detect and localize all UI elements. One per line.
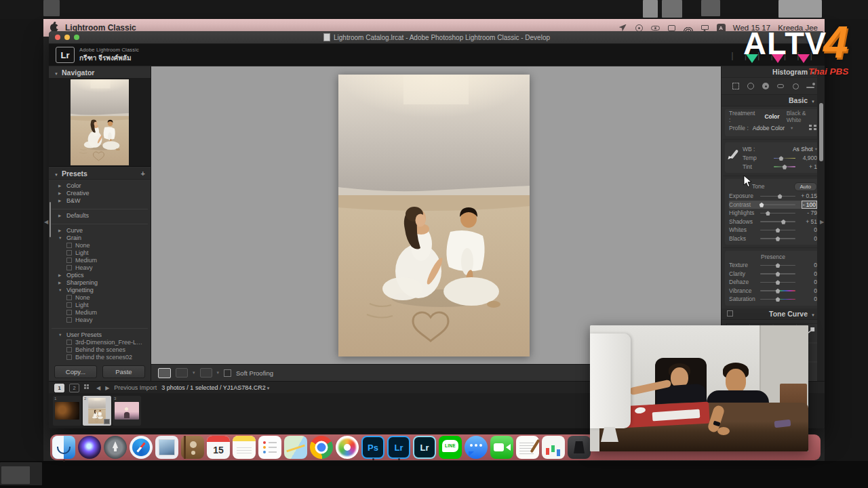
- preset-item[interactable]: ▼ Vignetting: [49, 286, 151, 293]
- slider-track[interactable]: [760, 279, 795, 285]
- slider-row[interactable]: Exposure + 0.15: [729, 192, 817, 201]
- preset-item[interactable]: ▶ Curve: [49, 226, 151, 234]
- contacts-dock-icon[interactable]: [181, 436, 204, 459]
- chevron-down-icon[interactable]: ▾: [217, 370, 220, 375]
- slider-row[interactable]: Vibrance 0: [729, 287, 817, 296]
- preset-item[interactable]: Behind the scenes: [49, 346, 151, 353]
- preset-item[interactable]: None: [49, 293, 151, 301]
- preset-item[interactable]: ▶ B&W: [49, 197, 151, 204]
- right-scrollbar-thumb[interactable]: [819, 103, 823, 161]
- preset-item[interactable]: ▶ Optics: [49, 271, 151, 279]
- close-button[interactable]: [55, 35, 60, 40]
- presets-header[interactable]: Presets +: [49, 167, 151, 180]
- preset-item[interactable]: [52, 323, 148, 329]
- preset-item[interactable]: Light: [49, 249, 151, 256]
- launchpad-dock-icon[interactable]: [104, 436, 127, 459]
- filmstrip-thumb-2-selected[interactable]: 2: [83, 396, 111, 426]
- before-after-icon[interactable]: [176, 368, 188, 378]
- pip-video[interactable]: [590, 325, 808, 451]
- preset-checkbox[interactable]: [66, 265, 72, 270]
- preset-checkbox[interactable]: [66, 302, 72, 308]
- preset-item[interactable]: ▶ Creative: [49, 189, 151, 197]
- preset-item[interactable]: Behind the scenes02: [49, 353, 151, 361]
- slider-row[interactable]: Temp 4,900: [743, 154, 817, 163]
- slider-track[interactable]: [774, 163, 795, 170]
- preset-item[interactable]: ▶ Sharpening: [49, 279, 151, 286]
- slider-track[interactable]: [760, 287, 795, 294]
- mail-dock-icon[interactable]: [155, 436, 178, 459]
- safari-dock-icon[interactable]: [130, 436, 153, 459]
- slider-track[interactable]: [760, 209, 795, 216]
- add-preset-button[interactable]: +: [141, 169, 145, 178]
- loupe-view-icon[interactable]: [158, 368, 171, 378]
- crop-tool-icon[interactable]: [731, 81, 741, 91]
- preset-checkbox[interactable]: [66, 340, 72, 345]
- filmstrip-thumb-3[interactable]: 3: [113, 396, 141, 426]
- slider-row[interactable]: Tint + 1: [743, 163, 817, 171]
- siri-dock-icon[interactable]: [78, 436, 101, 459]
- wb-eyedropper-icon[interactable]: [728, 148, 741, 163]
- preset-checkbox[interactable]: [66, 347, 72, 352]
- left-panel-scrollbar[interactable]: [50, 202, 51, 237]
- notes-dock-icon[interactable]: [233, 436, 256, 459]
- preset-item[interactable]: Heavy: [49, 264, 151, 271]
- auto-tone-button[interactable]: Auto: [794, 182, 817, 191]
- treatment-color[interactable]: Color: [764, 113, 779, 120]
- second-window-button[interactable]: 2: [69, 384, 79, 392]
- slider-track[interactable]: [760, 226, 795, 233]
- photos-dock-icon[interactable]: [336, 436, 359, 459]
- slider-row[interactable]: Saturation 0: [729, 295, 817, 304]
- preset-item[interactable]: 3rd-Dimension_Free-LR-Presets.co: [49, 338, 151, 346]
- line-dock-icon[interactable]: LINE: [439, 436, 462, 459]
- maps-dock-icon[interactable]: [284, 436, 307, 459]
- preset-item[interactable]: ▼ Grain: [49, 234, 151, 241]
- main-window-button[interactable]: 1: [54, 384, 64, 392]
- preset-item[interactable]: [52, 204, 148, 209]
- paste-button[interactable]: Paste: [102, 365, 145, 378]
- preset-item[interactable]: ▶ Color: [49, 182, 151, 189]
- preset-checkbox[interactable]: [66, 310, 72, 315]
- slider-row[interactable]: Blacks 0: [729, 235, 817, 243]
- slider-row[interactable]: Shadows + 51: [729, 218, 817, 226]
- podium-dock-icon[interactable]: [568, 436, 591, 459]
- slider-row[interactable]: Dehaze 0: [729, 278, 817, 287]
- treatment-bw[interactable]: Black & White: [787, 110, 817, 123]
- slider-track[interactable]: [760, 296, 795, 302]
- back-arrow-icon[interactable]: ◀: [96, 385, 100, 391]
- facetime-dock-icon[interactable]: [490, 436, 513, 459]
- lightroom-alt-dock-icon[interactable]: Lr: [413, 436, 436, 459]
- right-panel-collapse-icon[interactable]: ▶: [820, 219, 824, 225]
- lightroom-dock-icon[interactable]: Lr: [387, 436, 410, 459]
- messages-dock-icon[interactable]: [465, 436, 488, 459]
- preset-item[interactable]: [52, 219, 148, 224]
- wb-value[interactable]: As Shot: [793, 146, 813, 152]
- photoshop-dock-icon[interactable]: Ps: [361, 436, 384, 459]
- preset-checkbox[interactable]: [66, 243, 72, 248]
- preset-item[interactable]: Medium: [49, 308, 151, 316]
- numbers-dock-icon[interactable]: [542, 436, 565, 459]
- navigator-preview[interactable]: [49, 78, 151, 167]
- preset-checkbox[interactable]: [66, 250, 72, 256]
- filmstrip-source[interactable]: Previous Import: [114, 384, 157, 391]
- reminders-dock-icon[interactable]: [258, 436, 281, 459]
- slider-track[interactable]: [760, 270, 795, 277]
- tone-curve-header[interactable]: Tone Curve: [722, 308, 825, 320]
- basic-header[interactable]: Basic: [722, 95, 825, 106]
- left-panel-collapse-icon[interactable]: ◀: [44, 219, 48, 225]
- navigator-header[interactable]: Navigator: [49, 66, 151, 78]
- profile-value[interactable]: Adobe Color: [753, 125, 785, 131]
- profile-browser-icon[interactable]: [809, 125, 817, 131]
- preset-checkbox[interactable]: [66, 295, 72, 300]
- chevron-down-icon[interactable]: ▾: [791, 125, 793, 131]
- slider-row[interactable]: Texture 0: [729, 261, 817, 270]
- chrome-dock-icon[interactable]: [310, 436, 333, 459]
- main-photo[interactable]: [338, 75, 530, 357]
- preset-item[interactable]: None: [49, 241, 151, 249]
- preset-item[interactable]: Medium: [49, 256, 151, 264]
- preset-checkbox[interactable]: [66, 317, 72, 323]
- slider-track[interactable]: [760, 192, 795, 199]
- textedit-dock-icon[interactable]: [516, 436, 539, 459]
- slider-row[interactable]: Contrast - 100: [729, 201, 817, 209]
- slider-track[interactable]: [774, 155, 795, 161]
- preset-checkbox[interactable]: [66, 354, 72, 360]
